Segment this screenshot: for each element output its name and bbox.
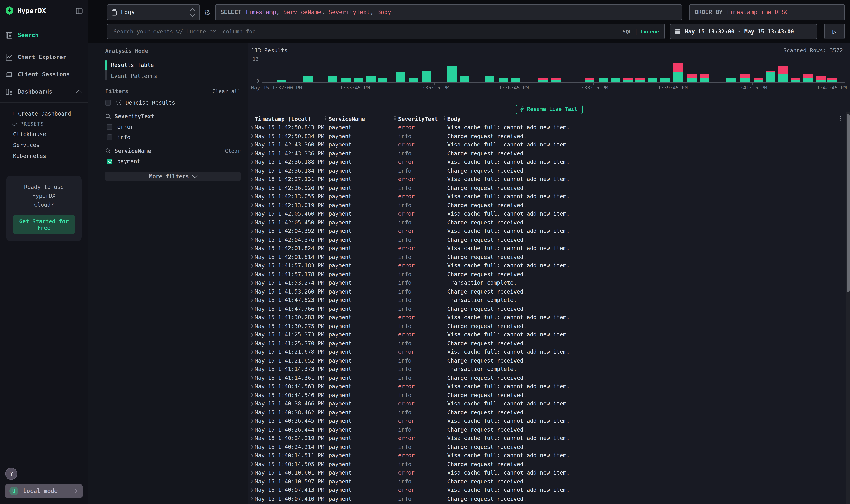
row-expand-chevron-icon[interactable]: [248, 307, 255, 310]
row-expand-chevron-icon[interactable]: [248, 463, 255, 466]
table-row[interactable]: May 15 1:42:27.131 PMpaymenterrorVisa ca…: [248, 175, 845, 183]
histogram-bar[interactable]: [635, 78, 645, 82]
table-row[interactable]: May 15 1:40:07.410 PMpaymentinfoCharge r…: [248, 494, 845, 503]
histogram-bar[interactable]: [673, 63, 683, 82]
row-expand-chevron-icon[interactable]: [248, 212, 255, 215]
clear-all-button[interactable]: Clear all: [212, 88, 241, 94]
histogram-bar[interactable]: [538, 78, 548, 82]
preset-kubernetes[interactable]: Kubernetes: [0, 150, 88, 161]
row-expand-chevron-icon[interactable]: [248, 186, 255, 189]
table-row[interactable]: May 15 1:40:26.444 PMpaymentinfoCharge r…: [248, 425, 845, 434]
analysis-mode-event-patterns[interactable]: Event Patterns: [111, 70, 241, 81]
select-columns-input[interactable]: SELECT Timestamp, ServiceName, SeverityT…: [215, 4, 682, 20]
sidebar-item-chart-explorer[interactable]: Chart Explorer: [0, 49, 88, 66]
histogram-bar[interactable]: [726, 78, 736, 82]
histogram-bar[interactable]: [277, 80, 286, 82]
row-expand-chevron-icon[interactable]: [248, 299, 255, 302]
row-expand-chevron-icon[interactable]: [248, 497, 255, 500]
column-header-severitytext[interactable]: SeverityText: [398, 115, 447, 122]
table-row[interactable]: May 15 1:41:53.274 PMpaymentinfoTransact…: [248, 278, 845, 287]
table-row[interactable]: May 15 1:42:26.920 PMpaymentinfoCharge r…: [248, 183, 845, 192]
scrollbar-thumb[interactable]: [847, 114, 850, 292]
sidebar-item-search[interactable]: Search: [0, 27, 88, 44]
user-menu[interactable]: U Local mode: [5, 484, 83, 498]
table-row[interactable]: May 15 1:40:10.597 PMpaymentinfoCharge r…: [248, 477, 845, 486]
analysis-mode-results-table[interactable]: Results Table: [111, 59, 241, 70]
orderby-input[interactable]: ORDER BY TimestampTime DESC: [689, 4, 845, 20]
row-expand-chevron-icon[interactable]: [248, 203, 255, 206]
column-header-servicename[interactable]: ServiceName: [329, 115, 398, 122]
histogram-bar[interactable]: [766, 70, 776, 82]
table-row[interactable]: May 15 1:42:05.450 PMpaymentinfoCharge r…: [248, 218, 845, 227]
filter-option-error[interactable]: error: [107, 124, 241, 130]
denoise-toggle[interactable]: Denoise Results: [105, 100, 241, 106]
mode-lucene-toggle[interactable]: Lucene: [640, 29, 659, 34]
row-expand-chevron-icon[interactable]: [248, 134, 255, 138]
histogram-bar[interactable]: [328, 76, 338, 82]
preset-services[interactable]: Services: [0, 139, 88, 150]
histogram-bar[interactable]: [447, 67, 457, 82]
table-row[interactable]: May 15 1:40:24.214 PMpaymentinfoCharge r…: [248, 443, 845, 451]
row-expand-chevron-icon[interactable]: [248, 169, 255, 172]
row-expand-chevron-icon[interactable]: [248, 445, 255, 448]
table-row[interactable]: May 15 1:41:21.652 PMpaymentinfoCharge r…: [248, 356, 845, 365]
histogram-bar[interactable]: [791, 78, 800, 82]
table-row[interactable]: May 15 1:42:50.834 PMpaymentinfoCharge r…: [248, 132, 845, 140]
row-expand-chevron-icon[interactable]: [248, 471, 255, 474]
search-input[interactable]: [112, 28, 622, 35]
checkbox[interactable]: [107, 158, 112, 164]
mode-sql-toggle[interactable]: SQL: [622, 29, 632, 34]
row-expand-chevron-icon[interactable]: [248, 152, 255, 155]
histogram-bar[interactable]: [396, 72, 405, 82]
table-row[interactable]: May 15 1:41:57.178 PMpaymentinfoCharge r…: [248, 270, 845, 278]
table-row[interactable]: May 15 1:40:14.505 PMpaymentinfoCharge r…: [248, 460, 845, 468]
histogram-bar[interactable]: [341, 78, 351, 82]
row-expand-chevron-icon[interactable]: [248, 333, 255, 336]
histogram-bar[interactable]: [366, 76, 376, 82]
histogram-bar[interactable]: [660, 78, 669, 82]
more-filters-button[interactable]: More filters: [105, 172, 241, 181]
row-expand-chevron-icon[interactable]: [248, 488, 255, 491]
column-resize-handle[interactable]: [395, 116, 395, 120]
row-expand-chevron-icon[interactable]: [248, 143, 255, 146]
row-expand-chevron-icon[interactable]: [248, 273, 255, 275]
table-row[interactable]: May 15 1:40:26.445 PMpaymenterrorVisa ca…: [248, 416, 845, 425]
table-row[interactable]: May 15 1:42:01.814 PMpaymentinfoCharge r…: [248, 253, 845, 261]
table-row[interactable]: May 15 1:41:14.361 PMpaymentinfoCharge r…: [248, 373, 845, 382]
row-expand-chevron-icon[interactable]: [248, 359, 255, 362]
histogram-bar[interactable]: [460, 76, 469, 82]
table-row[interactable]: May 15 1:42:36.184 PMpaymentinfoCharge r…: [248, 166, 845, 175]
table-row[interactable]: May 15 1:40:38.462 PMpaymentinfoCharge r…: [248, 408, 845, 417]
create-dashboard-button[interactable]: + Create Dashboard: [0, 108, 88, 119]
table-row[interactable]: May 15 1:40:07.413 PMpaymenterrorVisa ca…: [248, 486, 845, 494]
table-row[interactable]: May 15 1:42:43.360 PMpaymenterrorVisa ca…: [248, 140, 845, 149]
gear-icon[interactable]: ⚙: [204, 8, 211, 17]
histogram-bar[interactable]: [409, 78, 418, 82]
table-row[interactable]: May 15 1:42:36.188 PMpaymenterrorVisa ca…: [248, 158, 845, 166]
table-row[interactable]: May 15 1:40:38.466 PMpaymenterrorVisa ca…: [248, 399, 845, 408]
histogram-bar[interactable]: [754, 78, 763, 82]
histogram-bar[interactable]: [511, 78, 520, 82]
table-scrollbar[interactable]: [846, 112, 850, 504]
histogram-bar[interactable]: [611, 78, 620, 82]
histogram-bar[interactable]: [778, 67, 788, 82]
histogram-bar[interactable]: [551, 78, 561, 82]
table-row[interactable]: May 15 1:41:53.260 PMpaymentinfoCharge r…: [248, 287, 845, 296]
column-resize-handle[interactable]: [444, 116, 445, 120]
histogram-bar[interactable]: [585, 78, 595, 82]
table-row[interactable]: May 15 1:40:14.511 PMpaymenterrorVisa ca…: [248, 451, 845, 460]
histogram-bar[interactable]: [648, 78, 657, 82]
checkbox[interactable]: [105, 100, 111, 106]
table-row[interactable]: May 15 1:42:13.019 PMpaymentinfoCharge r…: [248, 201, 845, 210]
table-row[interactable]: May 15 1:42:05.460 PMpaymenterrorVisa ca…: [248, 209, 845, 218]
run-query-button[interactable]: ▷: [824, 23, 845, 39]
table-row[interactable]: May 15 1:42:04.376 PMpaymentinfoCharge r…: [248, 235, 845, 244]
table-row[interactable]: May 15 1:41:57.183 PMpaymenterrorVisa ca…: [248, 261, 845, 270]
histogram-bar[interactable]: [687, 74, 697, 82]
preset-clickhouse[interactable]: Clickhouse: [0, 128, 88, 139]
column-header-body[interactable]: Body: [447, 115, 845, 122]
table-row[interactable]: May 15 1:41:47.823 PMpaymentinfoTransact…: [248, 295, 845, 304]
row-expand-chevron-icon[interactable]: [248, 316, 255, 319]
table-row[interactable]: May 15 1:41:25.370 PMpaymentinfoCharge r…: [248, 339, 845, 347]
table-row[interactable]: May 15 1:40:10.601 PMpaymenterrorVisa ca…: [248, 468, 845, 477]
